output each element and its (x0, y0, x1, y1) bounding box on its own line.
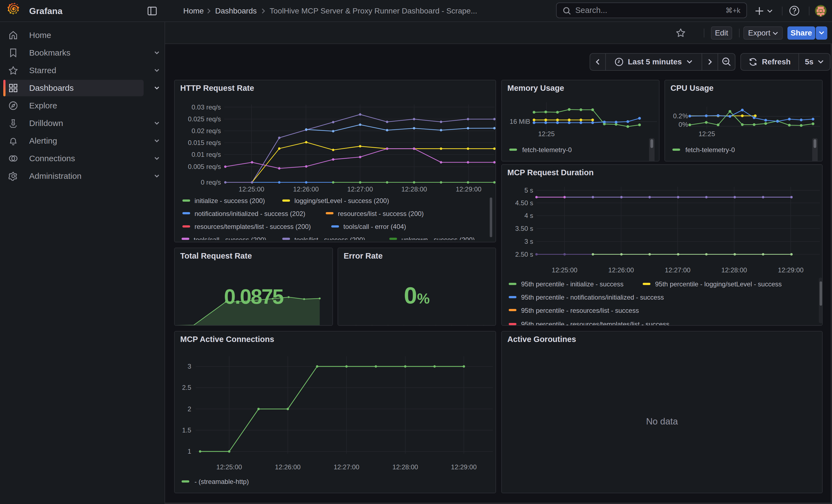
svg-text:2.50 s: 2.50 s (515, 250, 533, 258)
svg-text:12:29:00: 12:29:00 (778, 266, 803, 274)
svg-text:12:26:00: 12:26:00 (608, 266, 634, 274)
svg-text:3.50 s: 3.50 s (515, 225, 533, 232)
svg-text:0.02 req/s: 0.02 req/s (191, 127, 221, 135)
svg-text:0.025 req/s: 0.025 req/s (188, 115, 221, 123)
svg-text:0%: 0% (678, 121, 688, 128)
svg-text:1: 1 (188, 448, 191, 455)
svg-text:12:27:00: 12:27:00 (334, 463, 359, 471)
svg-text:2: 2 (188, 405, 191, 413)
svg-text:12:26:00: 12:26:00 (293, 185, 319, 193)
svg-text:1.5: 1.5 (182, 426, 191, 434)
svg-text:12:29:00: 12:29:00 (456, 185, 481, 193)
svg-text:0.015 req/s: 0.015 req/s (188, 139, 221, 147)
svg-text:12:28:00: 12:28:00 (401, 185, 427, 193)
svg-text:3: 3 (188, 363, 191, 370)
svg-text:4.50 s: 4.50 s (515, 199, 533, 207)
svg-text:12:27:00: 12:27:00 (665, 266, 690, 274)
svg-text:16 MiB: 16 MiB (510, 118, 530, 125)
svg-text:3 s: 3 s (524, 238, 533, 245)
svg-text:0 req/s: 0 req/s (201, 179, 221, 186)
svg-text:0.2%: 0.2% (673, 112, 688, 120)
svg-text:12:28:00: 12:28:00 (392, 463, 418, 471)
svg-text:12:25:00: 12:25:00 (238, 185, 264, 193)
svg-text:4 s: 4 s (524, 212, 533, 219)
svg-text:12:25: 12:25 (699, 130, 715, 137)
svg-text:0.03 req/s: 0.03 req/s (191, 103, 221, 111)
svg-text:0.005 req/s: 0.005 req/s (188, 163, 221, 170)
svg-text:12:28:00: 12:28:00 (721, 266, 747, 274)
svg-text:12:25: 12:25 (538, 130, 555, 137)
svg-text:0.01 req/s: 0.01 req/s (191, 151, 221, 158)
svg-text:12:25:00: 12:25:00 (216, 463, 242, 471)
svg-text:12:26:00: 12:26:00 (275, 463, 301, 471)
svg-text:12:25:00: 12:25:00 (552, 266, 577, 274)
svg-text:12:27:00: 12:27:00 (347, 185, 373, 193)
svg-text:2.5: 2.5 (182, 384, 191, 391)
svg-text:5 s: 5 s (524, 187, 533, 194)
svg-text:12:29:00: 12:29:00 (451, 463, 476, 471)
